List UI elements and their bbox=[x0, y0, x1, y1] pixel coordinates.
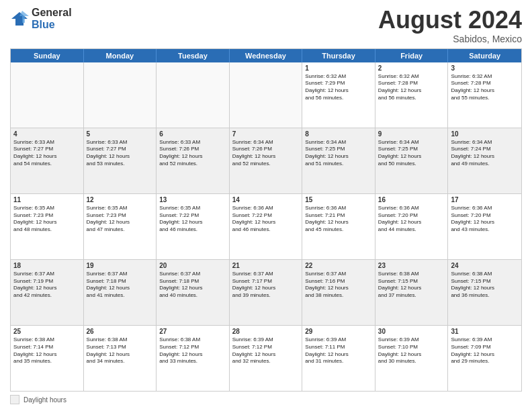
calendar-week-1: 4Sunrise: 6:33 AMSunset: 7:27 PMDaylight… bbox=[11, 128, 521, 194]
cell-info: Sunrise: 6:32 AMSunset: 7:29 PMDaylight:… bbox=[305, 73, 372, 102]
calendar-week-0: 1Sunrise: 6:32 AMSunset: 7:29 PMDaylight… bbox=[11, 62, 521, 128]
calendar-week-3: 18Sunrise: 6:37 AMSunset: 7:19 PMDayligh… bbox=[11, 260, 521, 326]
calendar-cell: 28Sunrise: 6:39 AMSunset: 7:12 PMDayligh… bbox=[230, 326, 303, 391]
calendar-week-2: 11Sunrise: 6:35 AMSunset: 7:23 PMDayligh… bbox=[11, 194, 521, 260]
cell-info: Sunrise: 6:36 AMSunset: 7:21 PMDaylight:… bbox=[305, 205, 372, 234]
calendar-cell: 22Sunrise: 6:37 AMSunset: 7:16 PMDayligh… bbox=[302, 260, 375, 325]
day-number: 20 bbox=[159, 262, 226, 269]
cell-info: Sunrise: 6:35 AMSunset: 7:23 PMDaylight:… bbox=[87, 205, 154, 234]
calendar-cell: 24Sunrise: 6:38 AMSunset: 7:15 PMDayligh… bbox=[448, 260, 521, 325]
calendar-cell: 4Sunrise: 6:33 AMSunset: 7:27 PMDaylight… bbox=[11, 128, 84, 193]
calendar-cell: 15Sunrise: 6:36 AMSunset: 7:21 PMDayligh… bbox=[302, 194, 375, 259]
calendar-cell: 19Sunrise: 6:37 AMSunset: 7:18 PMDayligh… bbox=[84, 260, 157, 325]
calendar-cell: 31Sunrise: 6:39 AMSunset: 7:09 PMDayligh… bbox=[448, 326, 521, 391]
logo: General Blue bbox=[10, 7, 72, 30]
day-number: 1 bbox=[305, 64, 372, 72]
day-number: 10 bbox=[451, 130, 519, 138]
calendar-body: 1Sunrise: 6:32 AMSunset: 7:29 PMDaylight… bbox=[11, 62, 521, 391]
cell-info: Sunrise: 6:39 AMSunset: 7:12 PMDaylight:… bbox=[232, 336, 300, 365]
calendar-cell bbox=[230, 62, 303, 128]
day-number: 26 bbox=[87, 328, 154, 335]
calendar-cell: 6Sunrise: 6:33 AMSunset: 7:26 PMDaylight… bbox=[157, 128, 230, 193]
calendar-cell bbox=[84, 62, 157, 128]
cell-info: Sunrise: 6:36 AMSunset: 7:20 PMDaylight:… bbox=[378, 205, 445, 234]
cell-info: Sunrise: 6:33 AMSunset: 7:27 PMDaylight:… bbox=[13, 139, 81, 168]
cell-info: Sunrise: 6:39 AMSunset: 7:11 PMDaylight:… bbox=[305, 336, 372, 365]
day-number: 7 bbox=[232, 130, 300, 138]
calendar-cell: 10Sunrise: 6:34 AMSunset: 7:24 PMDayligh… bbox=[448, 128, 521, 193]
calendar-cell: 3Sunrise: 6:32 AMSunset: 7:28 PMDaylight… bbox=[448, 62, 521, 128]
calendar-cell: 23Sunrise: 6:38 AMSunset: 7:15 PMDayligh… bbox=[375, 260, 449, 325]
calendar-cell: 27Sunrise: 6:38 AMSunset: 7:12 PMDayligh… bbox=[157, 326, 230, 391]
calendar-cell: 1Sunrise: 6:32 AMSunset: 7:29 PMDaylight… bbox=[302, 62, 375, 128]
day-number: 23 bbox=[378, 262, 445, 269]
day-number: 22 bbox=[305, 262, 372, 269]
cell-info: Sunrise: 6:37 AMSunset: 7:16 PMDaylight:… bbox=[305, 271, 372, 300]
calendar-cell: 9Sunrise: 6:34 AMSunset: 7:25 PMDaylight… bbox=[375, 128, 449, 193]
day-number: 19 bbox=[87, 262, 154, 269]
cell-info: Sunrise: 6:34 AMSunset: 7:25 PMDaylight:… bbox=[305, 139, 372, 168]
header-day-thursday: Thursday bbox=[302, 49, 375, 62]
cell-info: Sunrise: 6:32 AMSunset: 7:28 PMDaylight:… bbox=[378, 73, 445, 102]
day-number: 8 bbox=[305, 130, 372, 138]
page: General Blue August 2024 Sabidos, Mexico… bbox=[0, 0, 532, 411]
calendar-cell: 16Sunrise: 6:36 AMSunset: 7:20 PMDayligh… bbox=[375, 194, 449, 259]
day-number: 17 bbox=[451, 196, 519, 203]
calendar-cell bbox=[157, 62, 230, 128]
calendar-cell: 21Sunrise: 6:37 AMSunset: 7:17 PMDayligh… bbox=[230, 260, 303, 325]
cell-info: Sunrise: 6:36 AMSunset: 7:22 PMDaylight:… bbox=[232, 205, 300, 234]
cell-info: Sunrise: 6:38 AMSunset: 7:15 PMDaylight:… bbox=[451, 271, 519, 300]
logo-text: General Blue bbox=[32, 7, 72, 30]
cell-info: Sunrise: 6:32 AMSunset: 7:28 PMDaylight:… bbox=[451, 73, 519, 102]
logo-general-text: General bbox=[32, 7, 72, 19]
day-number: 21 bbox=[232, 262, 300, 269]
cell-info: Sunrise: 6:39 AMSunset: 7:09 PMDaylight:… bbox=[451, 336, 519, 365]
day-number: 15 bbox=[305, 196, 372, 203]
calendar-cell bbox=[11, 62, 84, 128]
calendar-cell: 20Sunrise: 6:37 AMSunset: 7:18 PMDayligh… bbox=[157, 260, 230, 325]
header-day-saturday: Saturday bbox=[448, 49, 521, 62]
header-day-friday: Friday bbox=[375, 49, 449, 62]
cell-info: Sunrise: 6:34 AMSunset: 7:24 PMDaylight:… bbox=[451, 139, 519, 168]
cell-info: Sunrise: 6:34 AMSunset: 7:25 PMDaylight:… bbox=[378, 139, 445, 168]
header-day-sunday: Sunday bbox=[11, 49, 84, 62]
day-number: 6 bbox=[159, 130, 226, 138]
cell-info: Sunrise: 6:39 AMSunset: 7:10 PMDaylight:… bbox=[378, 336, 445, 365]
logo-blue-text: Blue bbox=[32, 19, 72, 31]
location-subtitle: Sabidos, Mexico bbox=[378, 34, 522, 44]
calendar-week-4: 25Sunrise: 6:38 AMSunset: 7:14 PMDayligh… bbox=[11, 326, 521, 391]
day-number: 18 bbox=[13, 262, 81, 269]
cell-info: Sunrise: 6:37 AMSunset: 7:18 PMDaylight:… bbox=[87, 271, 154, 300]
day-number: 27 bbox=[159, 328, 226, 335]
day-number: 29 bbox=[305, 328, 372, 335]
day-number: 25 bbox=[13, 328, 81, 335]
calendar-cell: 14Sunrise: 6:36 AMSunset: 7:22 PMDayligh… bbox=[230, 194, 303, 259]
day-number: 28 bbox=[232, 328, 300, 335]
calendar-cell: 26Sunrise: 6:38 AMSunset: 7:13 PMDayligh… bbox=[84, 326, 157, 391]
calendar-cell: 18Sunrise: 6:37 AMSunset: 7:19 PMDayligh… bbox=[11, 260, 84, 325]
footer: Daylight hours bbox=[10, 395, 522, 404]
calendar: SundayMondayTuesdayWednesdayThursdayFrid… bbox=[10, 48, 522, 392]
cell-info: Sunrise: 6:35 AMSunset: 7:23 PMDaylight:… bbox=[13, 205, 81, 234]
day-number: 16 bbox=[378, 196, 445, 203]
day-number: 14 bbox=[232, 196, 300, 203]
cell-info: Sunrise: 6:35 AMSunset: 7:22 PMDaylight:… bbox=[159, 205, 226, 234]
calendar-cell: 29Sunrise: 6:39 AMSunset: 7:11 PMDayligh… bbox=[302, 326, 375, 391]
day-number: 4 bbox=[13, 130, 81, 138]
calendar-cell: 13Sunrise: 6:35 AMSunset: 7:22 PMDayligh… bbox=[157, 194, 230, 259]
calendar-cell: 25Sunrise: 6:38 AMSunset: 7:14 PMDayligh… bbox=[11, 326, 84, 391]
header-day-monday: Monday bbox=[84, 49, 157, 62]
day-number: 11 bbox=[13, 196, 81, 203]
logo-icon bbox=[10, 9, 29, 28]
calendar-cell: 12Sunrise: 6:35 AMSunset: 7:23 PMDayligh… bbox=[84, 194, 157, 259]
day-number: 30 bbox=[378, 328, 445, 335]
cell-info: Sunrise: 6:38 AMSunset: 7:14 PMDaylight:… bbox=[13, 336, 81, 365]
cell-info: Sunrise: 6:37 AMSunset: 7:18 PMDaylight:… bbox=[159, 271, 226, 300]
day-number: 2 bbox=[378, 64, 445, 72]
title-block: August 2024 Sabidos, Mexico bbox=[378, 7, 522, 44]
day-number: 13 bbox=[159, 196, 226, 203]
calendar-cell: 5Sunrise: 6:33 AMSunset: 7:27 PMDaylight… bbox=[84, 128, 157, 193]
cell-info: Sunrise: 6:33 AMSunset: 7:27 PMDaylight:… bbox=[87, 139, 154, 168]
day-number: 5 bbox=[87, 130, 154, 138]
header-day-tuesday: Tuesday bbox=[157, 49, 230, 62]
